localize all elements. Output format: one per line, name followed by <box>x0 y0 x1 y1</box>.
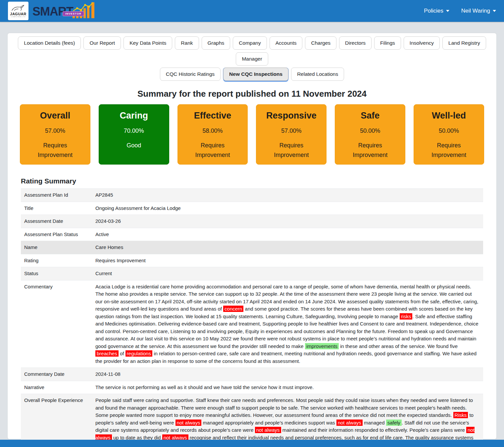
card-title: Caring <box>99 111 169 121</box>
tab-key-data-points[interactable]: Key Data Points <box>124 36 172 50</box>
rating-summary-table-body: Assessment Plan IdAP2845TitleOngoing Ass… <box>21 189 483 447</box>
highlight-red: concern <box>223 306 243 312</box>
chevron-down-icon <box>493 10 496 12</box>
rating-row-narrative: NarrativeThe service is not performing a… <box>21 381 483 394</box>
chevron-down-icon <box>446 10 449 12</box>
tab-location-details-fees[interactable]: Location Details (fees) <box>18 36 81 50</box>
card-rating: Requires Improvement <box>424 141 474 160</box>
highlight-red: breaches <box>95 350 119 357</box>
highlight-green: improvements <box>305 343 339 349</box>
tab-rank[interactable]: Rank <box>175 36 199 50</box>
investor-badge: INVESTOR <box>63 11 84 16</box>
row-value: Care Homes <box>92 241 483 254</box>
card-title: Well-led <box>414 111 484 121</box>
footer-bar <box>0 440 504 447</box>
jaguar-subtitle: COMPUTERS LTD <box>11 16 25 18</box>
rating-row-overall-people-experience: Overall People ExperiencePeople said sta… <box>21 394 483 447</box>
row-value: The service is not performing as well as… <box>92 381 483 394</box>
rating-card-safe: Safe50.00%Requires Improvement <box>335 104 405 165</box>
tabs-row-2: CQC Historic RatingsNew CQC InspectionsR… <box>13 68 491 81</box>
jaguar-name: JAGUAR <box>10 12 26 16</box>
row-value: Current <box>92 267 483 280</box>
rating-cards: Overall57.00%Requires ImprovementCaring7… <box>13 104 491 165</box>
rating-row-status: StatusCurrent <box>21 267 483 280</box>
tab-charges[interactable]: Charges <box>305 36 336 50</box>
policies-label: Policies <box>424 8 443 14</box>
card-rating: Requires Improvement <box>30 141 80 160</box>
highlight-green: safely <box>386 420 402 426</box>
tab-land-registry[interactable]: Land Registry <box>442 36 486 50</box>
row-value: AP2845 <box>92 189 483 202</box>
card-title: Effective <box>178 111 248 121</box>
card-percent: 57.00% <box>20 127 90 134</box>
rating-card-caring: Caring70.00%Good <box>99 104 169 165</box>
tab-filings[interactable]: Filings <box>374 36 401 50</box>
card-title: Overall <box>20 111 90 121</box>
card-title: Safe <box>335 111 405 121</box>
card-percent: 50.00% <box>335 127 405 134</box>
row-label: Commentary Date <box>21 368 92 381</box>
highlight-red: not always <box>255 427 281 433</box>
page-title: Summary for the report published on 11 N… <box>13 89 491 99</box>
tab-cqc-historic-ratings[interactable]: CQC Historic Ratings <box>160 68 221 81</box>
card-title: Responsive <box>256 111 326 121</box>
bar-chart-icon: INVESTOR <box>72 1 96 20</box>
rating-summary-table: Assessment Plan IdAP2845TitleOngoing Ass… <box>21 188 483 447</box>
smart-investor-logo: SMART INVESTOR <box>32 2 96 20</box>
brand[interactable]: JAGUAR COMPUTERS LTD SMART <box>8 2 96 20</box>
rating-summary-heading: Rating Summary <box>21 177 483 185</box>
rating-card-overall: Overall57.00%Requires Improvement <box>20 104 90 165</box>
rating-summary-section: Rating Summary Assessment Plan IdAP2845T… <box>13 177 491 447</box>
row-value: Active <box>92 228 483 241</box>
highlight-red: not always <box>95 427 475 441</box>
card-rating: Requires Improvement <box>267 141 316 160</box>
highlight-red: regulations <box>126 350 152 357</box>
card-percent: 70.00% <box>99 127 169 134</box>
policies-dropdown[interactable]: Policies <box>424 8 449 14</box>
row-value: Requires Improvement <box>92 254 483 267</box>
tab-our-report[interactable]: Our Report <box>83 36 121 50</box>
row-label: Rating <box>21 254 92 267</box>
tabs-row-1: Location Details (fees)Our ReportKey Dat… <box>13 36 491 66</box>
tab-related-locations[interactable]: Related Locations <box>291 68 344 81</box>
rating-row-assessment-plan-id: Assessment Plan IdAP2845 <box>21 189 483 202</box>
row-label: Name <box>21 241 92 254</box>
row-label: Commentary <box>21 280 92 368</box>
card-rating: Requires Improvement <box>188 141 237 160</box>
tab-insolvency[interactable]: Insolvency <box>404 36 440 50</box>
tab-directors[interactable]: Directors <box>339 36 372 50</box>
tab-new-cqc-inspections[interactable]: New CQC Inspections <box>223 68 288 81</box>
rating-row-commentary: CommentaryAcacia Lodge is a residential … <box>21 280 483 368</box>
row-label: Assessment Date <box>21 215 92 228</box>
card-percent: 58.00% <box>178 127 248 134</box>
card-percent: 57.00% <box>256 127 326 134</box>
highlight-red: Risks <box>453 412 468 418</box>
navbar-links: Policies Neil Waring <box>424 8 496 14</box>
rating-row-commentary-date: Commentary Date2024-11-08 <box>21 368 483 381</box>
rating-row-rating: RatingRequires Improvement <box>21 254 483 267</box>
jaguar-cat-icon <box>11 4 25 12</box>
rating-row-title: TitleOngoing Assessment for Acacia Lodge <box>21 202 483 215</box>
row-label: Assessment Plan Status <box>21 228 92 241</box>
row-value: Ongoing Assessment for Acacia Lodge <box>92 202 483 215</box>
card-rating: Requires Improvement <box>345 141 395 160</box>
user-name-label: Neil Waring <box>461 8 490 14</box>
main-panel: Location Details (fees)Our ReportKey Dat… <box>8 33 496 439</box>
user-dropdown[interactable]: Neil Waring <box>461 8 496 14</box>
rating-card-well-led: Well-led50.00%Requires Improvement <box>414 104 484 165</box>
row-value: Acacia Lodge is a residential care home … <box>92 280 483 368</box>
tab-graphs[interactable]: Graphs <box>202 36 230 50</box>
tab-manager[interactable]: Manager <box>236 52 268 66</box>
rating-row-assessment-date: Assessment Date2024-03-26 <box>21 215 483 228</box>
tab-company[interactable]: Company <box>233 36 267 50</box>
row-value: People said staff were caring and suppor… <box>92 394 483 447</box>
tab-accounts[interactable]: Accounts <box>270 36 303 50</box>
rating-row-assessment-plan-status: Assessment Plan StatusActive <box>21 228 483 241</box>
rating-card-responsive: Responsive57.00%Requires Improvement <box>256 104 327 165</box>
jaguar-logo: JAGUAR COMPUTERS LTD <box>8 2 28 20</box>
row-value: 2024-11-08 <box>92 368 483 381</box>
top-navbar: JAGUAR COMPUTERS LTD SMART <box>0 0 504 22</box>
row-label: Title <box>21 202 92 215</box>
row-label: Overall People Experience <box>21 394 92 447</box>
rating-row-name: NameCare Homes <box>21 241 483 254</box>
